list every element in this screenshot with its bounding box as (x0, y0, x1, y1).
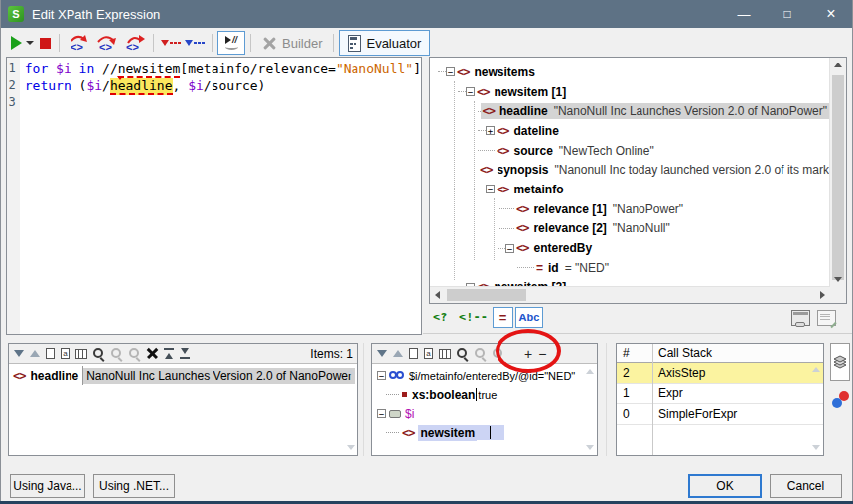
tree-row[interactable]: <>relevance [1]"NanoPower" (430, 199, 830, 219)
result-row[interactable]: <> headline NanoNull Inc Launches Versio… (9, 366, 357, 385)
scrollbar-thumb[interactable] (447, 289, 526, 301)
scroll-right-icon[interactable] (820, 291, 825, 299)
next-watch-icon[interactable] (377, 350, 387, 357)
breakpoints-tab[interactable] (832, 391, 849, 408)
tree-node-value: "NewTech Online" (559, 144, 654, 158)
using-net-button[interactable]: Using .NET... (93, 474, 175, 498)
callstack-scroll-rail[interactable] (809, 363, 822, 454)
close-button[interactable]: × (809, 0, 853, 28)
results-scroll-rail[interactable] (344, 365, 356, 454)
next-result-icon[interactable] (14, 350, 24, 357)
code-line[interactable]: for $i in //newsitem[metainfo/relevance=… (25, 61, 421, 77)
tree-row[interactable]: <>headline"NanoNull Inc Launches Version… (430, 101, 830, 121)
step-over-button[interactable]: <> (92, 31, 120, 55)
zoom-prev-icon[interactable] (475, 348, 487, 360)
element-icon: <> (402, 426, 414, 440)
using-java-button[interactable]: Using Java... (10, 474, 85, 498)
edit-document-icon[interactable] (817, 310, 836, 326)
scroll-down-icon (347, 445, 355, 450)
tree-row-body: <>enteredBy (514, 240, 601, 256)
minus-expand-box[interactable]: − (446, 67, 455, 76)
code-line[interactable] (25, 94, 421, 111)
tree-vertical-scrollbar[interactable] (829, 58, 846, 287)
tree-row[interactable]: −<>enteredBy (430, 238, 830, 258)
xpath-expression-editor[interactable]: 123 for $i in //newsitem[metainfo/releva… (6, 57, 422, 335)
debug-mode-toggle-button[interactable]: // (217, 31, 245, 55)
copy-with-header-icon[interactable]: a (424, 348, 433, 359)
tree-row[interactable]: −<>newsitems (430, 63, 830, 82)
panel-splitter[interactable] (363, 343, 364, 456)
panel-splitter[interactable] (606, 343, 607, 456)
callstack-row[interactable]: 2AxisStep (617, 363, 823, 384)
watch-row[interactable]: −$i/metainfo/enteredBy/@id="NED" (372, 366, 597, 385)
clear-icon[interactable] (147, 348, 158, 359)
zoom-icon[interactable] (93, 348, 105, 360)
callstack-tab[interactable] (830, 343, 850, 381)
scroll-left-icon[interactable] (435, 291, 440, 299)
watch-row[interactable]: −$i (372, 404, 597, 423)
go-to-top-icon[interactable] (164, 348, 174, 359)
tree-row[interactable]: <>synopsis"Nanonull Inc today launched v… (430, 160, 830, 180)
builder-tab-button[interactable]: Builder (256, 31, 328, 55)
go-to-bottom-icon[interactable] (180, 348, 190, 359)
remote-window-icon[interactable] (791, 310, 810, 326)
current-node-label: newsitem (418, 425, 477, 441)
step-out-button[interactable]: <> (120, 31, 148, 55)
zoom-prev-icon[interactable] (111, 348, 123, 360)
tree-row[interactable]: <>relevance [2]"NanoNull" (430, 219, 830, 239)
maximize-button[interactable]: □ (766, 0, 809, 28)
minus-expand-box[interactable]: − (505, 244, 514, 253)
step-into-button[interactable]: <> (65, 31, 92, 55)
minus-expand-box[interactable]: − (377, 371, 386, 380)
previous-watch-icon[interactable] (393, 350, 403, 357)
ok-button[interactable]: OK (688, 474, 762, 498)
tree-row[interactable]: <>source"NewTech Online" (430, 141, 830, 161)
minus-expand-box[interactable]: − (377, 409, 386, 418)
previous-result-icon[interactable] (30, 350, 40, 357)
tree-row[interactable]: −<>metainfo (430, 180, 830, 199)
tree-node-value: "NanoNull Inc Launches Version 2.0 of Na… (554, 104, 827, 118)
debug-toolbar: <> <> <> // (0, 28, 853, 58)
columns-icon[interactable] (75, 349, 87, 359)
code-line[interactable]: return ($i/headline, $i/source) (25, 77, 421, 94)
code-segment: for (25, 62, 56, 76)
copy-with-header-icon[interactable]: a (61, 348, 70, 359)
copy-icon[interactable] (46, 348, 55, 359)
evaluator-tab-button[interactable]: Evaluator (339, 30, 430, 56)
zoom-icon[interactable] (457, 348, 469, 360)
result-value: NanoNull Inc Launches Version 2.0 of Nan… (83, 368, 355, 384)
zoom-next-icon[interactable] (129, 348, 141, 360)
tree-leader (438, 71, 446, 72)
show-comments-toggle[interactable]: <!-- (459, 311, 488, 324)
tree-row[interactable]: =id= "NED" (430, 258, 830, 278)
tree-horizontal-scrollbar[interactable] (430, 286, 830, 303)
scroll-up-icon[interactable] (834, 63, 842, 67)
editor-code[interactable]: for $i in //newsitem[metainfo/relevance=… (20, 58, 421, 334)
watch-row[interactable]: <>newsitem (372, 423, 597, 441)
callstack-row[interactable]: 1Expr (617, 384, 823, 405)
watch-scroll-rail[interactable] (583, 365, 596, 454)
minus-expand-box[interactable]: − (466, 87, 475, 96)
insert-tracepoint-button[interactable] (183, 31, 207, 55)
minus-expand-box[interactable]: − (486, 185, 495, 193)
minimize-button[interactable]: — (722, 0, 766, 28)
plus-expand-box[interactable]: + (486, 126, 495, 135)
scrollbar-thumb[interactable] (832, 75, 844, 280)
show-attributes-toggle[interactable]: = (493, 307, 513, 328)
callstack-row[interactable]: 0SimpleForExpr (617, 404, 823, 425)
scroll-down-icon[interactable] (834, 277, 842, 282)
insert-breakpoint-button[interactable] (159, 31, 183, 55)
column-divider (652, 344, 653, 455)
tree-row[interactable]: +<>dateline (430, 121, 830, 141)
stop-debugger-button[interactable] (37, 31, 54, 55)
tree-row[interactable]: −<>newsitem [1] (430, 82, 830, 102)
watch-row[interactable]: xs:booleantrue (372, 385, 597, 404)
start-debugger-button[interactable] (8, 31, 37, 55)
copy-icon[interactable] (409, 348, 418, 359)
tree-node-label: enteredBy (533, 241, 592, 255)
show-pi-toggle[interactable]: <? (433, 311, 447, 324)
cancel-button[interactable]: Cancel (770, 474, 842, 498)
watch-list: −$i/metainfo/enteredBy/@id="NED"xs:boole… (372, 364, 597, 441)
columns-icon[interactable] (439, 349, 451, 359)
show-text-toggle[interactable]: Abc (515, 307, 543, 328)
